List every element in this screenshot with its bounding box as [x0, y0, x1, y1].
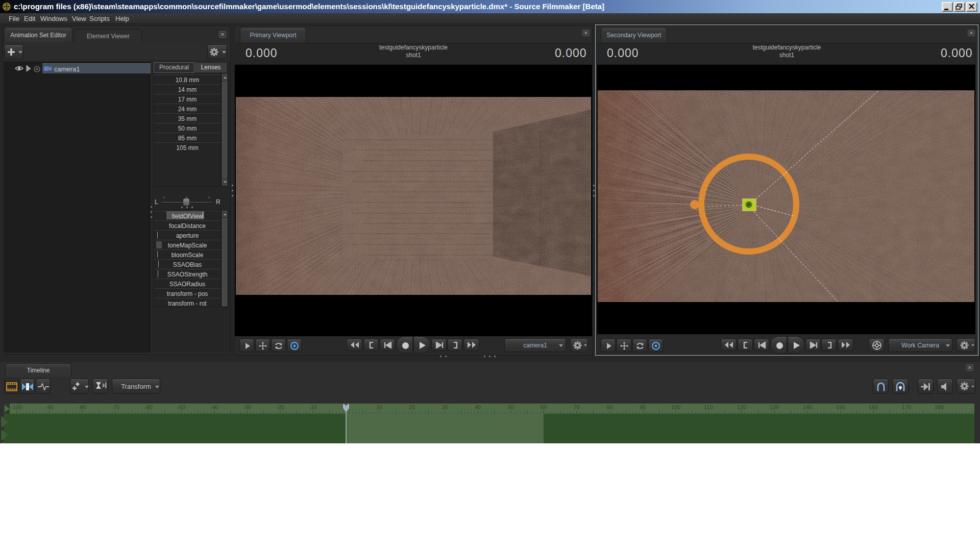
- svg-text:-90: -90: [45, 404, 54, 410]
- svg-text:40: 40: [475, 404, 481, 410]
- svg-text:180: 180: [935, 404, 944, 410]
- svg-text:-60: -60: [144, 404, 153, 410]
- svg-text:30: 30: [442, 404, 448, 410]
- svg-text:-100: -100: [11, 404, 22, 410]
- svg-text:140: 140: [803, 404, 812, 410]
- svg-text:60: 60: [541, 404, 547, 410]
- svg-text:150: 150: [836, 404, 845, 410]
- svg-text:110: 110: [704, 404, 713, 410]
- svg-text:170: 170: [902, 404, 911, 410]
- svg-text:-50: -50: [177, 404, 185, 410]
- svg-text:20: 20: [409, 404, 415, 410]
- svg-text:-30: -30: [243, 404, 251, 410]
- svg-text:70: 70: [574, 404, 580, 410]
- svg-text:100: 100: [671, 404, 680, 410]
- svg-text:-20: -20: [276, 404, 284, 410]
- svg-text:-40: -40: [210, 404, 218, 410]
- svg-text:90: 90: [640, 404, 646, 410]
- svg-text:-80: -80: [78, 404, 86, 410]
- svg-text:-70: -70: [111, 404, 119, 410]
- svg-text:50: 50: [508, 404, 514, 410]
- svg-text:10: 10: [376, 404, 382, 410]
- svg-text:-10: -10: [309, 404, 317, 410]
- svg-text:160: 160: [869, 404, 878, 410]
- svg-text:130: 130: [770, 404, 779, 410]
- svg-text:80: 80: [607, 404, 613, 410]
- svg-text:120: 120: [737, 404, 746, 410]
